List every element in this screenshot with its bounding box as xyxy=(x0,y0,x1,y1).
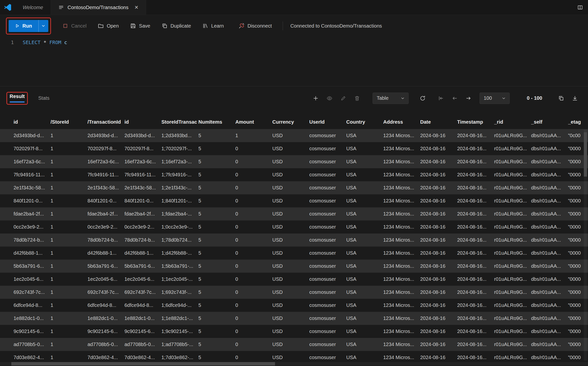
column-header[interactable]: Address xyxy=(383,119,420,125)
vertical-scrollbar[interactable] xyxy=(584,130,587,361)
table-row[interactable]: 5b63a791-6... 1 5b63a791-6... 5b63a791-6… xyxy=(0,260,588,273)
column-header[interactable]: UserId xyxy=(309,119,346,125)
table-row[interactable]: 16ef72a3-6c... 1 16ef72a3-6c... 16ef72a3… xyxy=(0,155,588,168)
disconnect-button[interactable]: Disconnect xyxy=(239,23,272,29)
cell-storeidtransactionid: 1;7d03e862-... xyxy=(161,355,198,360)
cell-transactionid: 5b63a791-6... xyxy=(87,263,124,269)
refresh-button[interactable] xyxy=(418,94,427,102)
cell-address: 1234 Micros... xyxy=(383,159,420,165)
column-header[interactable]: /StoreId xyxy=(51,119,87,125)
open-button[interactable]: Open xyxy=(98,23,119,29)
table-row[interactable]: 0cc2e3e9-2... 1 0cc2e3e9-2... 0cc2e3e9-2… xyxy=(0,220,588,233)
learn-button[interactable]: Learn xyxy=(202,23,224,29)
table-row[interactable]: 6dfce94d-8... 1 6dfce94d-8... 6dfce94d-8… xyxy=(0,299,588,312)
column-header[interactable]: NumItems xyxy=(198,119,235,125)
result-range-label: 0 - 100 xyxy=(527,95,542,101)
table-row[interactable]: d42f6b88-1... 1 d42f6b88-1... d42f6b88-1… xyxy=(0,247,588,260)
run-options-dropdown[interactable] xyxy=(38,20,48,32)
cell-numitems: 5 xyxy=(198,146,235,151)
column-header[interactable]: Date xyxy=(420,119,457,125)
table-row[interactable]: 1ec2c045-6... 1 1ec2c045-6... 1ec2c045-6… xyxy=(0,273,588,286)
cell-self: dbs/r01uAA... xyxy=(531,355,568,360)
page-size-select[interactable]: 100 xyxy=(480,93,510,104)
cancel-button[interactable]: Cancel xyxy=(62,23,86,29)
cell-self: dbs/r01uAA... xyxy=(531,198,568,204)
first-page-button[interactable] xyxy=(437,94,445,102)
cell-transactionid: ad7708b5-0... xyxy=(87,342,124,347)
view-mode-value: Table xyxy=(377,95,389,101)
column-header[interactable]: Currency xyxy=(272,119,309,125)
active-tab-underline xyxy=(10,101,25,102)
copy-results-button[interactable] xyxy=(557,94,565,102)
cell-id: 692c743f-7c... xyxy=(14,289,51,295)
view-mode-select[interactable]: Table xyxy=(373,93,409,104)
column-header[interactable]: id xyxy=(14,119,51,125)
cell-rid: r01uALRo9G... xyxy=(494,316,531,321)
table-row[interactable]: 9c902145-6... 1 9c902145-6... 9c902145-6… xyxy=(0,325,588,338)
cell-timestamp: 2024-08-16... xyxy=(457,211,494,217)
tab-contosodemo-transactions[interactable]: ContosoDemo/Transactions ✕ xyxy=(51,0,146,15)
column-header[interactable]: _etag xyxy=(568,119,588,125)
cell-amount: 0 xyxy=(235,302,272,308)
delete-item-button[interactable] xyxy=(353,94,361,102)
column-header[interactable]: id xyxy=(124,119,161,125)
query-editor[interactable]: 1 SELECT * FROM c xyxy=(0,37,588,86)
cell-self: dbs/r01uAA... xyxy=(531,250,568,256)
column-header[interactable]: /TransactionId xyxy=(87,119,124,125)
save-button[interactable]: Save xyxy=(130,23,150,29)
cell-timestamp: 2024-08-16... xyxy=(457,355,494,360)
cell-address: 1234 Micros... xyxy=(383,211,420,217)
cell-address: 1234 Micros... xyxy=(383,146,420,151)
horizontal-scrollbar-thumb[interactable] xyxy=(11,362,275,366)
close-tab-icon[interactable]: ✕ xyxy=(134,4,138,10)
cell-timestamp: 2024-08-16... xyxy=(457,302,494,308)
column-header[interactable]: _self xyxy=(531,119,568,125)
cell-id: 2d3493bd-d... xyxy=(14,133,51,138)
table-body: 2d3493bd-d... 1 2d3493bd-d... 2d3493bd-d… xyxy=(0,129,588,364)
table-row[interactable]: 7fc94916-11... 1 7fc94916-11... 7fc94916… xyxy=(0,168,588,181)
tab-welcome[interactable]: Welcome xyxy=(15,0,51,15)
cell-date: 2024-08-16 xyxy=(420,211,457,217)
cell-timestamp: 2024-08-16... xyxy=(457,224,494,230)
split-editor-icon[interactable] xyxy=(577,4,583,10)
cell-country: USA xyxy=(346,159,383,165)
column-header[interactable]: _rid xyxy=(494,119,531,125)
view-item-button[interactable] xyxy=(325,94,334,102)
edit-item-button[interactable] xyxy=(339,94,347,102)
cell-currency: USD xyxy=(272,237,309,243)
column-header[interactable]: Country xyxy=(346,119,383,125)
table-row[interactable]: 692c743f-7c... 1 692c743f-7c... 692c743f… xyxy=(0,286,588,299)
next-page-button[interactable] xyxy=(464,94,473,102)
table-row[interactable]: fdae2ba4-2f... 1 fdae2ba4-2f... fdae2ba4… xyxy=(0,207,588,220)
cell-numitems: 5 xyxy=(198,276,235,282)
table-row[interactable]: 2e1f343c-58... 1 2e1f343c-58... 2e1f343c… xyxy=(0,181,588,194)
column-header[interactable]: Timestamp xyxy=(457,119,494,125)
cell-rid: r01uALRo9G... xyxy=(494,172,531,178)
cell-rid: r01uALRo9G... xyxy=(494,133,531,138)
horizontal-scrollbar[interactable] xyxy=(0,362,588,366)
table-row[interactable]: 840f1201-0... 1 840f1201-0... 840f1201-0… xyxy=(0,194,588,207)
prev-page-button[interactable] xyxy=(450,94,459,102)
table-row[interactable]: 2d3493bd-d... 1 2d3493bd-d... 2d3493bd-d… xyxy=(0,129,588,142)
table-row[interactable]: 7020297f-8... 1 7020297f-8... 7020297f-8… xyxy=(0,142,588,155)
vertical-scrollbar-thumb[interactable] xyxy=(584,132,587,177)
duplicate-button[interactable]: Duplicate xyxy=(162,23,191,29)
run-button[interactable]: Run xyxy=(9,20,38,32)
add-item-button[interactable] xyxy=(311,94,320,102)
column-header[interactable]: StoreIdTransac xyxy=(161,119,198,125)
cell-userid: cosmosuser xyxy=(309,355,346,360)
cell-date: 2024-08-16 xyxy=(420,172,457,178)
cell-storeidtransactionid: 1;fdae2ba4-... xyxy=(161,211,198,217)
tab-result[interactable]: Result xyxy=(10,94,25,102)
table-row[interactable]: 1e882dc1-0... 1 1e882dc1-0... 1e882dc1-0… xyxy=(0,312,588,325)
download-results-button[interactable] xyxy=(571,94,579,102)
cell-amount: 0 xyxy=(235,316,272,321)
column-header[interactable]: Amount xyxy=(235,119,272,125)
cell-id: 1ec2c045-6... xyxy=(14,276,51,282)
cell-date: 2024-08-16 xyxy=(420,159,457,165)
table-row[interactable]: ad7708b5-0... 1 ad7708b5-0... ad7708b5-0… xyxy=(0,338,588,351)
table-row[interactable]: 78d0b724-b... 1 78d0b724-b... 78d0b724-b… xyxy=(0,233,588,247)
duplicate-icon xyxy=(162,23,168,29)
tab-stats[interactable]: Stats xyxy=(38,95,50,101)
cell-userid: cosmosuser xyxy=(309,172,346,178)
